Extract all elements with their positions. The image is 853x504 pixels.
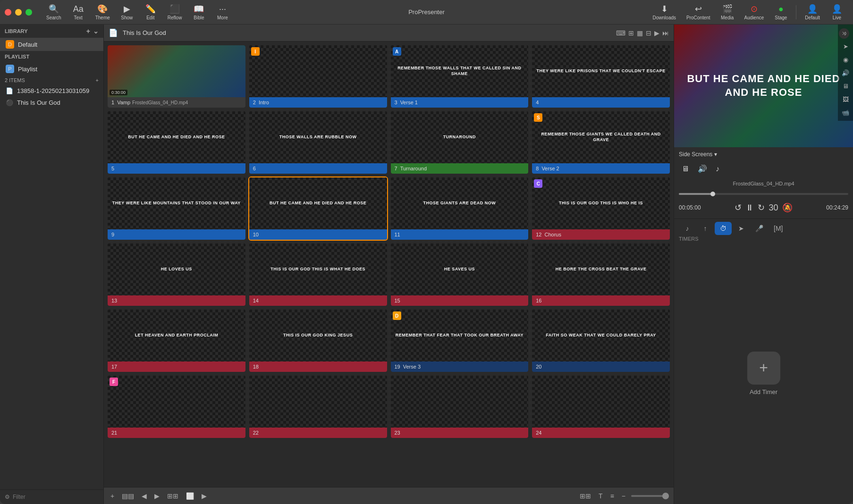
slide-cell-18[interactable]: THIS IS OUR GOD KING JESUS18 xyxy=(249,310,387,372)
rewind-btn[interactable]: ↺ xyxy=(735,202,742,213)
mute-btn[interactable]: 🔕 xyxy=(782,202,793,213)
progress-thumb[interactable] xyxy=(710,192,715,196)
toolbar-show[interactable]: ▶ Show xyxy=(116,2,138,22)
slide-cell-19[interactable]: DREMEMBER THAT FEAR THAT TOOK OUR BREATH… xyxy=(391,310,529,372)
speaker-icon[interactable]: 🔊 xyxy=(695,163,710,174)
preview-circle-icon[interactable]: ◉ xyxy=(840,54,851,65)
ctrl-layout2[interactable]: ⊟ xyxy=(646,29,651,37)
timer-tab-send[interactable]: ➤ xyxy=(733,222,750,235)
slide-cell-24[interactable]: 24 xyxy=(532,376,670,438)
slide-cell-5[interactable]: BUT HE CAME AND HE DIED AND HE ROSE5 xyxy=(108,111,245,174)
timer-tab-m[interactable]: [M] xyxy=(769,222,787,235)
expand-btn[interactable]: ⬜ xyxy=(184,491,196,501)
preview-speaker-icon[interactable]: 🔊 xyxy=(840,67,851,78)
toolbar-search[interactable]: 🔍 Search xyxy=(42,2,66,22)
toolbar-stage[interactable]: ● Stage xyxy=(769,2,792,22)
timer-tab-clock[interactable]: ⏱ xyxy=(715,222,732,235)
slide-cell-1[interactable]: 0:30:001VampFrostedGlass_04_HD.mp4 xyxy=(108,45,245,108)
slide-cell-9[interactable]: THEY WERE LIKE MOUNTAINS THAT STOOD IN O… xyxy=(108,177,245,240)
sidebar-item-default[interactable]: D Default xyxy=(0,38,103,51)
library-add-icon[interactable]: + xyxy=(86,27,90,35)
zoom-thumb[interactable] xyxy=(662,493,669,499)
slide-cell-23[interactable]: 23 xyxy=(391,376,529,438)
preview-video-icon[interactable]: 📹 xyxy=(840,107,851,118)
preview-send-icon[interactable]: ➤ xyxy=(840,41,851,52)
preview-music-icon[interactable]: ♪ xyxy=(840,27,851,39)
toolbar-more[interactable]: ··· More xyxy=(211,2,234,22)
toolbar-reflow[interactable]: ⬛ Reflow xyxy=(163,2,187,22)
slide-cell-8[interactable]: SREMEMBER THOSE GIANTS WE CALLED DEATH A… xyxy=(532,111,670,174)
slide-cell-20[interactable]: FAITH SO WEAK THAT WE COULD BARELY PRAY2… xyxy=(532,310,670,372)
play-btn[interactable]: ▶ xyxy=(200,491,209,501)
slide-cell-16[interactable]: HE BORE THE CROSS BEAT THE GRAVE16 xyxy=(532,244,670,306)
progress-bar[interactable] xyxy=(679,193,848,195)
list-view-btn[interactable]: ≡ xyxy=(608,491,616,501)
slide-cell-4[interactable]: THEY WERE LIKE PRISONS THAT WE COULDN'T … xyxy=(532,45,670,108)
slide-cell-21[interactable]: F21 xyxy=(108,376,245,438)
toolbar-live[interactable]: 👤 Live xyxy=(826,2,848,22)
skip-30-btn[interactable]: 30 xyxy=(769,203,778,213)
add-timer-button[interactable]: + xyxy=(747,352,780,385)
toolbar-edit[interactable]: ✏️ Edit xyxy=(139,2,162,22)
prev-btn[interactable]: ◀ xyxy=(140,491,149,501)
next-btn[interactable]: ▶ xyxy=(152,491,161,501)
grid-view-btn[interactable]: ⊞⊞ xyxy=(578,491,593,501)
toolbar-bible[interactable]: 📖 Bible xyxy=(187,2,210,22)
filter-input[interactable] xyxy=(13,494,84,500)
slide-cell-14[interactable]: THIS IS OUR GOD THIS IS WHAT HE DOES14 xyxy=(249,244,387,306)
ctrl-sync[interactable]: ⌨ xyxy=(616,29,625,37)
slide-cell-11[interactable]: THOSE GIANTS ARE DEAD NOW11 xyxy=(391,177,529,240)
col-btn[interactable]: ⊞⊞ xyxy=(165,491,180,501)
ctrl-grid[interactable]: ⊞ xyxy=(628,29,634,37)
sidebar-file-2[interactable]: ⚫ This Is Our God xyxy=(0,97,103,109)
preview-screen-icon[interactable]: 🖥 xyxy=(840,80,851,92)
forward-btn[interactable]: ↻ xyxy=(758,202,765,213)
sidebar-file-1[interactable]: 📄 13858-1-20250213031059 xyxy=(0,85,103,97)
add-slide-btn[interactable]: + xyxy=(109,491,116,501)
play-pause-btn[interactable]: ⏸ xyxy=(745,203,754,213)
toolbar-text[interactable]: Aa Text xyxy=(67,2,90,22)
slide-cell-2[interactable]: I2Intro xyxy=(249,45,387,108)
text-view-btn[interactable]: T xyxy=(597,491,605,501)
slide-cell-13[interactable]: HE LOVES US13 xyxy=(108,244,245,306)
ctrl-play[interactable]: ▶ xyxy=(654,29,659,37)
sidebar-item-playlist[interactable]: P Playlist xyxy=(0,62,103,76)
slide-cell-22[interactable]: 22 xyxy=(249,376,387,438)
slide-cell-3[interactable]: AREMEMBER THOSE WALLS THAT WE CALLED SIN… xyxy=(391,45,529,108)
zoom-track[interactable] xyxy=(631,495,669,497)
timer-tab-mic[interactable]: 🎤 xyxy=(751,222,768,235)
slide-badge-3: A xyxy=(393,47,401,56)
preview-panel: BUT HE CAME AND HE DIED AND HE ROSE ✕ ♪ … xyxy=(674,25,853,504)
toolbar-theme[interactable]: 🎨 Theme xyxy=(91,2,115,22)
library-expand-icon[interactable]: ⌄ xyxy=(93,27,99,35)
close-button[interactable] xyxy=(5,9,11,16)
add-item-icon[interactable]: + xyxy=(96,77,99,83)
slide-cell-12[interactable]: CTHIS IS OUR GOD THIS IS WHO HE IS12Chor… xyxy=(532,177,670,240)
timer-tab-music[interactable]: ♪ xyxy=(679,222,696,235)
group-btn[interactable]: ▤▤ xyxy=(120,491,136,501)
slide-cell-6[interactable]: THOSE WALLS ARE RUBBLE NOW6 xyxy=(249,111,387,174)
slide-cell-10[interactable]: BUT HE CAME AND HE DIED AND HE ROSE10 xyxy=(249,177,387,240)
minimize-button[interactable] xyxy=(15,9,22,16)
ctrl-layout1[interactable]: ▦ xyxy=(637,29,643,37)
slide-cell-15[interactable]: HE SAVES US15 xyxy=(391,244,529,306)
ctrl-next[interactable]: ⏭ xyxy=(662,29,669,37)
timer-tab-up[interactable]: ↑ xyxy=(697,222,714,235)
footer-right: ⊞⊞ T ≡ − xyxy=(578,491,669,501)
toolbar-downloads[interactable]: ⬇ Downloads xyxy=(648,2,681,22)
toolbar-default[interactable]: 👤 Default xyxy=(800,2,825,22)
toolbar-procontent[interactable]: ↩ ProContent xyxy=(682,2,715,22)
library-actions[interactable]: + ⌄ xyxy=(86,27,99,35)
slide-text-9: THEY WERE LIKE MOUNTAINS THAT STOOD IN O… xyxy=(108,199,245,208)
preview-image-icon[interactable]: 🖼 xyxy=(840,93,851,105)
toolbar-audience[interactable]: ⊙ Audience xyxy=(740,2,769,22)
zoom-out-btn[interactable]: − xyxy=(620,491,627,501)
screen-icon[interactable]: 🖥 xyxy=(679,164,692,174)
slide-thumb-13: HE LOVES US xyxy=(108,244,245,295)
side-screens-header[interactable]: Side Screens ▾ xyxy=(679,151,848,158)
music-note-icon[interactable]: ♪ xyxy=(713,164,722,174)
slide-cell-17[interactable]: LET HEAVEN AND EARTH PROCLAIM17 xyxy=(108,310,245,372)
toolbar-media[interactable]: 🎬 Media xyxy=(716,2,739,22)
maximize-button[interactable] xyxy=(25,9,32,16)
slide-cell-7[interactable]: Turnaround7Turnaround xyxy=(391,111,529,174)
